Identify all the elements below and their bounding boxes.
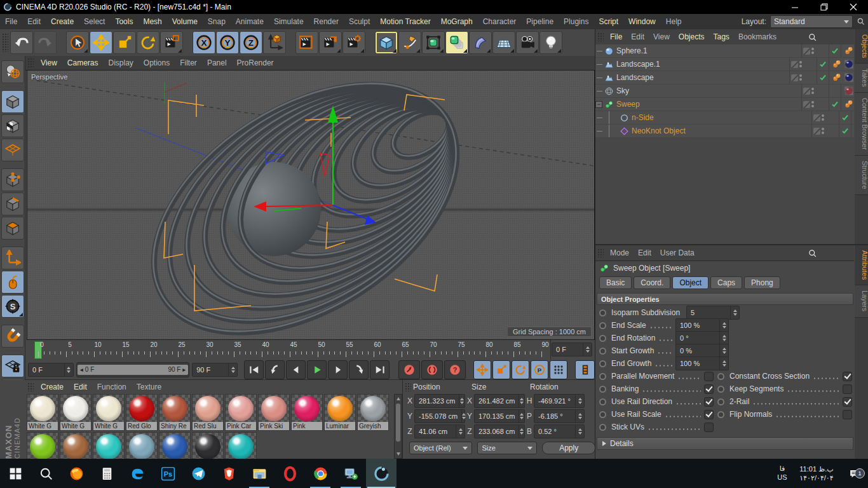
prev-key-button[interactable] [265,360,285,379]
viewport-menu-options[interactable]: Options [139,58,175,67]
edges-mode-button[interactable] [1,193,24,215]
prev-frame-button[interactable] [286,360,306,379]
search-button[interactable] [808,32,817,42]
value-spinner[interactable] [519,410,524,423]
menu-character[interactable]: Character [478,17,522,26]
render-view-button[interactable] [295,31,318,54]
value-spinner[interactable] [575,425,584,438]
layer-toggle[interactable] [803,101,810,108]
current-frame-field[interactable]: 0 F [552,342,592,356]
panel-tab-structure[interactable]: Structure [855,156,868,195]
layout-dropdown[interactable]: Standard [770,15,853,28]
field-input-start-growth[interactable]: 0 % [675,344,729,358]
menu-plugins[interactable]: Plugins [559,17,593,26]
object-manager-menu-view[interactable]: View [649,32,674,41]
panel-tab-content-browser[interactable]: Content Browser [855,93,868,156]
attribute-tab-object[interactable]: Object [672,276,709,289]
enabled-check-icon[interactable] [831,47,839,55]
object-manager-menu-file[interactable]: File [606,32,627,41]
attribute-tab-basic[interactable]: Basic [599,276,632,289]
layer-toggle[interactable] [791,61,798,68]
apply-button[interactable]: Apply [542,442,595,454]
target-button[interactable] [831,248,840,258]
eye-button[interactable] [831,32,840,42]
keyframe-bullet[interactable] [717,373,724,380]
snap-settings-button[interactable]: S [1,295,24,318]
object-manager-menu-tags[interactable]: Tags [709,32,734,41]
keyframe-bullet[interactable] [599,411,606,418]
lock-workplane-button[interactable] [1,355,24,377]
enabled-check-icon[interactable] [831,100,839,108]
rotation-b-field[interactable]: 0.52 ° [534,424,585,438]
add-button[interactable] [842,32,851,42]
lock-z-button[interactable]: Z [240,31,262,54]
material-luminar[interactable]: Luminar [324,394,356,431]
viewport-grip[interactable] [27,58,34,68]
minimize-button[interactable] [780,0,810,14]
panel-tab-layers[interactable]: Layers [855,285,868,317]
toolbar-grip[interactable] [2,33,8,52]
checkbox-constant-cross-section[interactable] [843,372,852,381]
visibility-dots[interactable] [822,114,824,121]
material-swatch[interactable] [225,432,257,459]
menu-motion-tracker[interactable]: Motion Tracker [375,17,435,26]
tag-texture-navy[interactable] [844,72,854,83]
home-button[interactable] [819,32,829,42]
viewport-menu-view[interactable]: View [36,58,62,67]
keyframe-bullet[interactable] [717,386,724,393]
object-row-neoknot-object[interactable]: NeoKnot Object [595,125,854,138]
wifi-tray-button[interactable] [754,468,771,480]
keyframe-bar-button[interactable] [575,360,595,379]
taskbar-firefox-button[interactable] [61,459,92,488]
size-mode-dropdown[interactable]: Size [477,442,537,454]
object-properties-section[interactable]: Object Properties [597,293,853,305]
size-y-field[interactable]: 170.135 cm [474,409,525,423]
object-manager-grip[interactable] [597,32,604,41]
field-input-end-rotation[interactable]: 0 ° [675,331,729,345]
menu-snap[interactable]: Snap [203,17,231,26]
record-keyframe-button[interactable] [398,360,420,379]
checkbox-parallel-movement[interactable] [704,372,714,381]
material-white-g[interactable]: White G [93,394,125,431]
object-row-n-side[interactable]: n-Side [595,111,854,125]
taskbar-calculator-button[interactable] [92,459,122,488]
keyframe-bullet[interactable] [599,335,606,342]
object-manager-menu-bookmarks[interactable]: Bookmarks [734,32,781,41]
attribute-tab-phong[interactable]: Phong [744,276,780,289]
object-name[interactable]: Sweep [616,100,801,109]
undo-button[interactable] [10,31,33,54]
preview-range-slider[interactable]: ◂ 0 F 90 F ▸ [76,362,189,377]
materials-grip[interactable] [27,383,34,391]
keyframe-bullet[interactable] [599,386,606,393]
coords-grip[interactable] [405,383,411,391]
axis-mode-button[interactable] [1,247,24,269]
rotation-h-field[interactable]: -469.921 ° [534,394,585,408]
enabled-check-icon[interactable] [819,74,827,81]
object-row-sky[interactable]: Sky [595,85,854,98]
material-red-slu[interactable]: Red Slu [192,394,224,431]
key-position-toggle[interactable] [473,360,491,379]
close-button[interactable] [839,0,868,14]
light-scene-button[interactable] [539,31,562,54]
coordinate-mode-dropdown[interactable]: Object (Rel) [409,442,472,454]
visibility-dots[interactable] [811,48,814,54]
layer-toggle[interactable] [803,48,810,55]
action-center-button[interactable]: 1 [841,468,867,480]
attribute-manager-grip[interactable] [597,248,604,257]
menu-simulate[interactable]: Simulate [269,17,309,26]
make-editable-button[interactable] [1,60,24,83]
spline-pen-button[interactable] [398,31,421,54]
generators-sweep-button[interactable] [445,31,468,54]
viewport-menu-panel[interactable]: Panel [202,58,232,67]
primitive-cube-button[interactable] [375,31,398,54]
model-mode-button[interactable] [1,90,24,113]
checkbox-use-rail-scale[interactable] [704,410,714,419]
search-button[interactable] [808,248,817,258]
visibility-dots[interactable] [811,88,814,94]
frame-end-spinner[interactable] [228,363,237,376]
record-question-button[interactable]: ? [444,360,466,379]
object-manager-menu-edit[interactable]: Edit [627,32,649,41]
taskbar-chrome-button[interactable] [305,459,336,488]
object-name[interactable]: Landscape [616,73,789,82]
maximize-view-button[interactable] [581,58,591,68]
